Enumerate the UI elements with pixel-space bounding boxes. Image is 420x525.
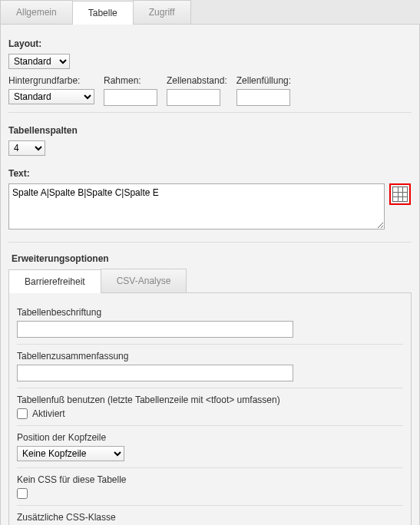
text-section: Text: Spalte A|Spalte B|Spalte C|Spalte …: [8, 162, 412, 236]
zellfuellung-input[interactable]: [236, 89, 290, 106]
kopfzeile-block: Position der Kopfzeile Keine Kopfzeile: [17, 426, 403, 468]
zusammenfassung-block: Tabellenzusammenfassung: [17, 345, 403, 388]
spalten-select[interactable]: 4: [8, 140, 45, 156]
beschriftung-block: Tabellenbeschriftung: [17, 301, 403, 345]
layout-section: Layout: Standard: [8, 32, 412, 75]
beschriftung-label: Tabellenbeschriftung: [17, 307, 403, 318]
spalten-section: Tabellenspalten 4: [8, 119, 412, 162]
nocss-checkbox[interactable]: [17, 488, 28, 499]
tab-allgemein[interactable]: Allgemein: [0, 0, 73, 24]
kopfzeile-label: Position der Kopfzeile: [17, 432, 403, 443]
layout-label: Layout:: [8, 38, 412, 49]
nocss-label: Kein CSS für diese Tabelle: [17, 474, 403, 485]
nocss-block: Kein CSS für diese Tabelle: [17, 468, 403, 506]
kopfzeile-select[interactable]: Keine Kopfzeile: [17, 446, 124, 461]
tfoot-checkbox[interactable]: [17, 408, 28, 419]
zellabstand-label: Zellenabstand:: [167, 75, 227, 86]
cssklasse-block: Zusätzliche CSS-Klasse: [17, 506, 403, 525]
highlight-box: [389, 183, 411, 205]
ext-subtabs: Barrierefreiheit CSV-Analyse: [8, 269, 412, 293]
zellfuellung-label: Zellenfüllung:: [236, 75, 291, 86]
layout-select[interactable]: Standard: [8, 54, 70, 69]
spalten-label: Tabellenspalten: [8, 125, 412, 136]
tfoot-block: Tabellenfuß benutzen (letzte Tabellenzei…: [17, 388, 403, 426]
cssklasse-label: Zusätzliche CSS-Klasse: [17, 512, 403, 523]
tab-tabelle[interactable]: Tabelle: [72, 1, 134, 25]
zusammenfassung-input[interactable]: [17, 365, 293, 381]
subtab-csv-analyse[interactable]: CSV-Analyse: [101, 269, 187, 292]
zellabstand-input[interactable]: [167, 89, 220, 106]
zusammenfassung-label: Tabellenzusammenfassung: [17, 351, 403, 362]
ext-header: Erweiterungsoptionen: [8, 249, 412, 269]
divider: [8, 112, 412, 113]
rahmen-label: Rahmen:: [104, 75, 157, 86]
subtab-barrierefreiheit[interactable]: Barrierefreiheit: [8, 269, 101, 293]
table-grid-icon[interactable]: [392, 187, 408, 202]
ext-body: Tabellenbeschriftung Tabellenzusammenfas…: [8, 293, 412, 525]
text-label: Text:: [8, 168, 412, 179]
main-tabs: Allgemein Tabelle Zugriff: [0, 0, 420, 25]
tfoot-label: Tabellenfuß benutzen (letzte Tabellenzei…: [17, 395, 403, 405]
hintergrund-label: Hintergrundfarbe:: [8, 75, 94, 86]
layout-fields-row: Hintergrundfarbe: Standard Rahmen: Zelle…: [8, 75, 412, 106]
rahmen-input[interactable]: [104, 89, 157, 106]
main-panel: Layout: Standard Hintergrundfarbe: Stand…: [0, 25, 420, 525]
hintergrund-select[interactable]: Standard: [8, 89, 94, 104]
beschriftung-input[interactable]: [17, 321, 293, 338]
tfoot-check-label: Aktiviert: [32, 408, 65, 419]
text-input[interactable]: Spalte A|Spalte B|Spalte C|Spalte E: [8, 183, 385, 229]
divider: [8, 242, 412, 243]
tab-zugriff[interactable]: Zugriff: [133, 0, 191, 24]
